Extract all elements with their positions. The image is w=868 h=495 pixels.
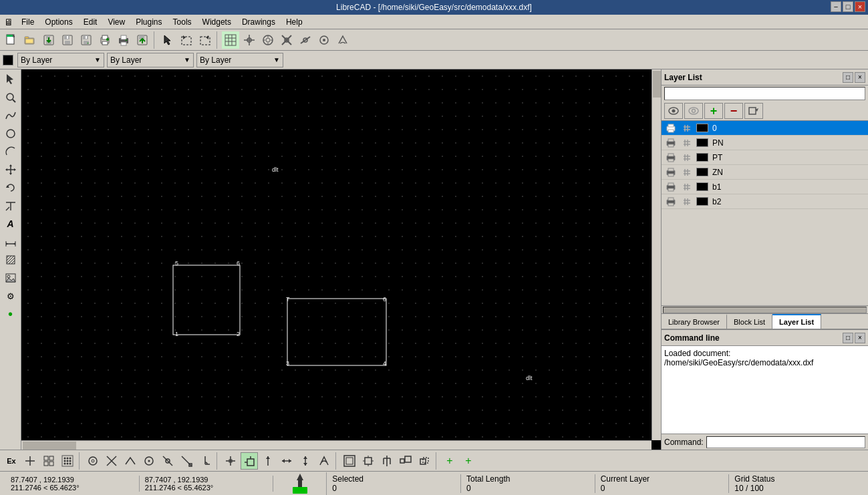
tool-move[interactable] xyxy=(2,161,19,178)
entity-center-button[interactable] xyxy=(359,452,377,470)
layer-color[interactable] xyxy=(696,197,708,206)
snap-free-bottom-button[interactable] xyxy=(84,452,102,470)
layer-row[interactable]: b2 xyxy=(662,194,868,209)
menu-file[interactable]: File xyxy=(16,16,39,28)
layer-search-input[interactable] xyxy=(664,87,865,100)
minimize-button[interactable]: − xyxy=(831,1,841,12)
edit-layer-button[interactable] xyxy=(744,103,763,119)
layer-color[interactable] xyxy=(696,138,708,147)
canvas-scrollbar-bottom[interactable] xyxy=(21,440,652,450)
menu-drawings[interactable]: Drawings xyxy=(237,16,281,28)
tool-trim[interactable] xyxy=(2,197,19,214)
menu-widgets[interactable]: Widgets xyxy=(197,16,237,28)
print-button[interactable] xyxy=(115,31,132,49)
select-back-button[interactable] xyxy=(178,31,195,49)
snap-grid-bottom-button[interactable] xyxy=(40,452,57,470)
snap-on-entity-button[interactable] xyxy=(122,452,139,470)
remove-layer-button[interactable]: − xyxy=(724,103,743,119)
snap-center-bottom-button[interactable] xyxy=(140,452,158,470)
show-all-layers-button[interactable] xyxy=(664,103,683,119)
tool-freehand[interactable] xyxy=(2,107,19,124)
tab-library-browser[interactable]: Library Browser xyxy=(662,314,727,329)
hide-all-layers-button[interactable] xyxy=(684,103,703,119)
menu-plugins[interactable]: Plugins xyxy=(130,16,167,28)
tool-select[interactable] xyxy=(2,71,19,88)
snap-intersection-bottom-button[interactable] xyxy=(103,452,120,470)
maximize-button[interactable]: □ xyxy=(843,1,853,12)
snap-intersect-button[interactable] xyxy=(278,31,295,49)
add-layer-button[interactable]: + xyxy=(704,103,723,119)
command-input[interactable] xyxy=(706,436,865,448)
panel-close-button[interactable]: × xyxy=(855,72,865,83)
snap-middle-button[interactable] xyxy=(297,31,314,49)
snap-endpoint-button[interactable] xyxy=(178,452,195,470)
restrict-horizontal-button[interactable] xyxy=(278,452,295,470)
save-button[interactable] xyxy=(59,31,76,49)
restrict-vertical-button[interactable] xyxy=(297,452,314,470)
tool-snap-dot[interactable]: • xyxy=(2,305,19,323)
add-count-button[interactable]: + xyxy=(460,452,477,470)
snap-points-button[interactable] xyxy=(241,31,258,49)
entity-anchor-button[interactable] xyxy=(378,452,396,470)
tool-rotate[interactable] xyxy=(2,179,19,196)
tool-dimension[interactable] xyxy=(2,233,19,251)
layer-row[interactable]: PT xyxy=(662,150,868,165)
snap-free-button[interactable] xyxy=(259,31,277,49)
layer-color[interactable] xyxy=(696,153,708,162)
menu-edit[interactable]: Edit xyxy=(78,16,103,28)
canvas-scrollbar-right[interactable] xyxy=(652,69,661,440)
entity-scale-button[interactable] xyxy=(397,452,414,470)
snap-distance-button[interactable] xyxy=(315,31,333,49)
linetype-select[interactable]: By Layer ▼ xyxy=(107,53,194,67)
restrict-up-button[interactable] xyxy=(259,452,277,470)
tool-text[interactable]: A xyxy=(2,215,19,232)
layer-scroll-track[interactable] xyxy=(663,307,867,313)
snap-cross-button[interactable] xyxy=(21,452,39,470)
add-snap-button[interactable]: + xyxy=(441,452,458,470)
tool-image[interactable] xyxy=(2,269,19,287)
layer-scrollbar[interactable] xyxy=(662,305,868,313)
layer-row[interactable]: 0 xyxy=(662,121,868,136)
tool-hatch[interactable] xyxy=(2,251,19,269)
menu-tools[interactable]: Tools xyxy=(168,16,197,28)
tool-gear[interactable]: ⚙ xyxy=(2,287,19,305)
canvas-area[interactable]: dlt 5 6 1 2 T 6 3 4 dlt dlt xyxy=(21,69,661,450)
linewidth-select[interactable]: By Layer ▼ xyxy=(196,53,283,67)
export-button[interactable] xyxy=(134,31,151,49)
color-select[interactable]: By Layer ▼ xyxy=(17,53,104,67)
layer-row[interactable]: PN xyxy=(662,136,868,150)
entity-view-button[interactable] xyxy=(341,452,358,470)
horizontal-scroll-thumb[interactable] xyxy=(23,442,76,450)
system-menu-icon[interactable]: 🖥 xyxy=(1,17,16,27)
snap-angle-button[interactable] xyxy=(334,31,351,49)
ortho-bottom-button[interactable] xyxy=(222,452,239,470)
layer-color[interactable] xyxy=(696,124,708,132)
snap-relative-button[interactable] xyxy=(241,452,258,470)
auto-save-button[interactable] xyxy=(40,31,57,49)
save-as-button[interactable]: + xyxy=(78,31,95,49)
open-button[interactable] xyxy=(21,31,39,49)
select-arrow-button[interactable] xyxy=(159,31,176,49)
ex-button[interactable]: Ex xyxy=(3,452,20,470)
snap-to-grid-button[interactable] xyxy=(59,452,76,470)
tab-layer-list[interactable]: Layer List xyxy=(772,314,821,329)
tool-circle[interactable] xyxy=(2,125,19,142)
command-panel-close-button[interactable]: × xyxy=(855,333,865,343)
lock-relative-angle-button[interactable] xyxy=(315,452,333,470)
tool-arc[interactable] xyxy=(2,143,19,160)
snap-middle-bottom-button[interactable] xyxy=(159,452,176,470)
layer-row[interactable]: b1 xyxy=(662,180,868,194)
command-panel-restore-button[interactable]: □ xyxy=(843,333,853,343)
snap-grid-button2[interactable] xyxy=(222,31,239,49)
tool-zoom-circle[interactable] xyxy=(2,89,19,106)
print-preview-button[interactable] xyxy=(96,31,114,49)
snap-angle-bottom-button[interactable] xyxy=(196,452,214,470)
menu-help[interactable]: Help xyxy=(281,16,308,28)
menu-options[interactable]: Options xyxy=(39,16,78,28)
panel-restore-button[interactable]: □ xyxy=(843,72,853,83)
tab-block-list[interactable]: Block List xyxy=(727,314,772,329)
vertical-scroll-thumb[interactable] xyxy=(653,71,661,98)
layer-color[interactable] xyxy=(696,168,708,176)
select-forward-button[interactable] xyxy=(196,31,214,49)
entity-rotate2-button[interactable] xyxy=(416,452,433,470)
